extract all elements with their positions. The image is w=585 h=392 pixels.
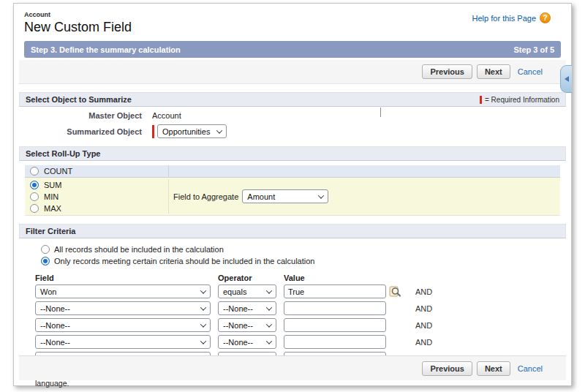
page-header: Account New Custom Field Help for this P… — [14, 4, 571, 38]
filter-criteria-option[interactable]: Only records meeting certain criteria sh… — [41, 257, 566, 265]
filter-field-select-1[interactable]: Won — [35, 284, 211, 298]
chevron-down-icon — [216, 127, 222, 133]
radio-min[interactable] — [30, 192, 39, 201]
filter-operator-value: --None-- — [223, 304, 253, 313]
lookup-magnifier-icon[interactable] — [389, 286, 401, 298]
chevron-down-icon — [266, 287, 272, 293]
chevron-down-icon — [266, 338, 272, 344]
filter-field-select-2[interactable]: --None-- — [35, 301, 211, 315]
top-button-band: Previous Next Cancel — [19, 60, 566, 84]
next-button[interactable]: Next — [477, 361, 510, 376]
master-object-value: Account — [152, 111, 181, 120]
previous-button[interactable]: Previous — [422, 64, 472, 79]
summarized-object-label: Summarized Object — [19, 127, 142, 136]
next-button[interactable]: Next — [477, 64, 510, 79]
section-select-object: Select Object to Summarize = Required In… — [19, 92, 566, 138]
rollup-option-sum[interactable]: SUM — [25, 179, 168, 190]
filter-operator-select-3[interactable]: --None-- — [218, 318, 276, 332]
cancel-link[interactable]: Cancel — [518, 67, 543, 76]
previous-button[interactable]: Previous — [422, 361, 472, 376]
section-header-select-object: Select Object to Summarize = Required In… — [19, 92, 566, 107]
filter-operator-value: --None-- — [223, 338, 253, 347]
rollup-aggregate-cell: Field to Aggregate Amount — [168, 190, 560, 203]
cancel-link[interactable]: Cancel — [518, 364, 543, 373]
filter-row: --None-- --None-- AND — [35, 301, 566, 315]
filter-field-select-3[interactable]: --None-- — [35, 318, 211, 332]
section-title: Select Roll-Up Type — [26, 149, 100, 158]
filter-row: --None-- --None-- AND — [35, 318, 566, 332]
chevron-down-icon — [266, 321, 272, 327]
and-connector: AND — [415, 287, 432, 296]
rollup-option-count-row: COUNT — [25, 165, 560, 178]
rollup-option-min-row: MIN Field to Aggregate Amount — [25, 190, 560, 203]
and-connector: AND — [415, 321, 432, 330]
filter-criteria-label: Only records meeting certain criteria sh… — [54, 257, 314, 265]
filter-field-value: --None-- — [40, 304, 70, 313]
column-header-value: Value — [284, 274, 386, 282]
filter-row: Won equals AND — [35, 284, 566, 298]
radio-count[interactable] — [30, 167, 39, 176]
filter-table-header: Field Operator Value — [35, 274, 566, 282]
summarized-object-select[interactable]: Opportunities — [157, 124, 227, 138]
required-legend-text: = Required Information — [485, 96, 559, 104]
filter-row: --None-- --None-- AND — [35, 335, 566, 349]
chevron-down-icon — [200, 338, 206, 344]
rollup-option-max[interactable]: MAX — [25, 203, 168, 214]
rollup-option-label: SUM — [44, 181, 61, 189]
master-object-label: Master Object — [19, 111, 142, 120]
page-canvas: Account New Custom Field Help for this P… — [0, 0, 585, 392]
filter-mode-radios: All records should be included in the ca… — [41, 245, 566, 265]
rollup-option-count[interactable]: COUNT — [25, 165, 168, 177]
filter-operator-value: equals — [223, 287, 246, 296]
rollup-option-label: MAX — [44, 204, 61, 213]
help-area: Help for this Page ? — [472, 12, 551, 23]
text-cursor — [380, 108, 381, 117]
section-header-filter-criteria: Filter Criteria — [19, 224, 566, 238]
filter-all-records-label: All records should be included in the ca… — [54, 245, 224, 254]
radio-max[interactable] — [30, 204, 39, 213]
chevron-down-icon — [266, 304, 272, 310]
radio-certain-criteria[interactable] — [41, 257, 50, 265]
filter-value-input-2[interactable] — [284, 301, 386, 315]
filter-value-input-4[interactable] — [284, 335, 386, 349]
filter-field-value: Won — [40, 287, 56, 296]
rollup-option-label: MIN — [44, 192, 58, 201]
radio-sum[interactable] — [30, 181, 39, 189]
and-connector: AND — [415, 304, 432, 313]
section-rollup-type: Select Roll-Up Type COUNT SUM — [19, 146, 566, 216]
required-legend: = Required Information — [480, 96, 559, 104]
rollup-option-max-row: MAX — [25, 203, 560, 215]
help-link[interactable]: Help for this Page — [472, 14, 536, 23]
collapse-left-arrow-icon — [565, 76, 569, 82]
column-header-field: Field — [35, 274, 218, 282]
master-object-row: Master Object Account — [19, 111, 566, 120]
sidebar-collapse-tab[interactable] — [560, 65, 572, 93]
radio-all-records[interactable] — [41, 245, 50, 254]
filter-all-records-option[interactable]: All records should be included in the ca… — [41, 245, 566, 254]
step-indicator: Step 3 of 5 — [513, 45, 554, 54]
chevron-down-icon — [200, 304, 206, 310]
filter-value-input-1[interactable] — [284, 284, 386, 298]
rollup-type-table: COUNT SUM MIN — [25, 165, 560, 216]
chevron-down-icon — [200, 321, 206, 327]
filter-operator-select-1[interactable]: equals — [218, 284, 276, 298]
filter-value-input-3[interactable] — [284, 318, 386, 332]
filter-operator-select-2[interactable]: --None-- — [218, 301, 276, 315]
bottom-button-band: Previous Next Cancel — [19, 355, 566, 380]
section-title: Select Object to Summarize — [26, 95, 132, 104]
rollup-option-sum-row: SUM — [25, 178, 560, 190]
filter-criteria-table: Field Operator Value Won equals — [35, 274, 566, 366]
summarized-object-row: Summarized Object Opportunities — [19, 124, 566, 138]
help-question-icon[interactable]: ? — [540, 12, 551, 23]
filter-field-value: --None-- — [40, 338, 70, 347]
filter-field-select-4[interactable]: --None-- — [35, 335, 211, 349]
rollup-count-detail-cell — [168, 165, 560, 177]
chevron-down-icon — [318, 192, 324, 198]
summarized-object-selected-value: Opportunities — [162, 127, 210, 136]
rollup-option-min[interactable]: MIN — [25, 190, 168, 203]
rollup-max-detail-cell — [168, 203, 560, 214]
field-to-aggregate-label: Field to Aggregate — [173, 192, 238, 201]
field-to-aggregate-select[interactable]: Amount — [242, 189, 328, 203]
section-title: Filter Criteria — [26, 227, 75, 235]
filter-operator-select-4[interactable]: --None-- — [218, 335, 276, 349]
